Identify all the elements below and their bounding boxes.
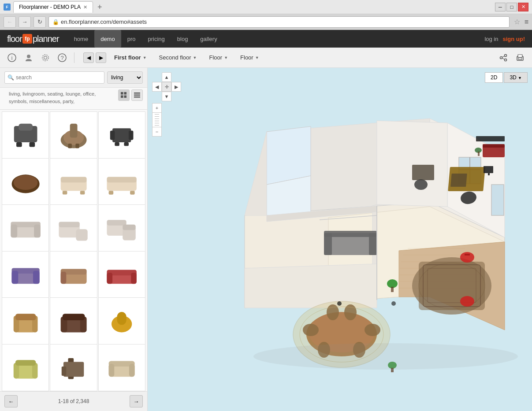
svg-text:i: i xyxy=(11,55,13,61)
tab-close-button[interactable]: ✕ xyxy=(83,4,87,10)
settings-icon-btn[interactable] xyxy=(39,51,52,64)
list-item[interactable] xyxy=(2,297,49,344)
print-button[interactable] xyxy=(513,51,527,64)
list-item[interactable] xyxy=(50,251,97,298)
list-item[interactable] xyxy=(50,158,97,205)
minimize-button[interactable]: ─ xyxy=(495,3,506,11)
svg-rect-120 xyxy=(483,144,505,148)
svg-rect-84 xyxy=(62,367,67,376)
floor-tab-first[interactable]: First floor ▼ xyxy=(110,52,151,63)
svg-rect-77 xyxy=(117,312,126,325)
list-item[interactable] xyxy=(2,344,49,391)
back-button[interactable]: ← xyxy=(4,16,16,28)
close-button[interactable]: ✕ xyxy=(518,3,528,11)
svg-marker-94 xyxy=(377,121,447,207)
list-item[interactable] xyxy=(50,111,97,159)
browser-titlebar: F Floorplanner - DEMO PLA ✕ + ─ □ ✕ xyxy=(0,0,532,14)
svg-rect-17 xyxy=(121,96,123,98)
view-3d-dropdown-icon: ▼ xyxy=(518,76,522,80)
user-icon-btn[interactable] xyxy=(22,51,35,64)
menu-button[interactable]: ≡ xyxy=(525,18,528,26)
logo-text-before: floor xyxy=(7,34,22,44)
svg-rect-15 xyxy=(121,92,123,95)
svg-rect-54 xyxy=(107,220,126,226)
svg-rect-129 xyxy=(369,233,377,255)
second-floor-dropdown-icon: ▼ xyxy=(193,56,197,60)
svg-rect-20 xyxy=(134,95,140,96)
list-item[interactable] xyxy=(50,344,97,391)
list-item[interactable] xyxy=(2,251,49,298)
floor-nav-next[interactable]: ▶ xyxy=(96,52,106,63)
pan-center-button[interactable]: ✛ xyxy=(162,82,171,92)
list-item[interactable] xyxy=(2,111,49,159)
list-item[interactable] xyxy=(98,111,145,159)
nav-item-home[interactable]: home xyxy=(68,30,95,48)
share-button[interactable] xyxy=(497,51,510,64)
info-icon-btn[interactable]: i xyxy=(5,51,19,64)
nav-right: log in sign up! xyxy=(484,36,525,42)
view-3d-button[interactable]: 3D ▼ xyxy=(504,72,528,83)
search-input[interactable] xyxy=(16,74,101,81)
svg-rect-115 xyxy=(450,174,467,187)
list-item[interactable] xyxy=(2,204,49,252)
list-item[interactable] xyxy=(2,158,49,205)
pagination-prev-button[interactable]: ← xyxy=(4,395,18,407)
svg-rect-41 xyxy=(80,191,85,194)
nav-item-blog[interactable]: blog xyxy=(171,30,194,48)
svg-text:?: ? xyxy=(60,55,63,61)
list-item[interactable] xyxy=(98,344,145,391)
zoom-mark xyxy=(155,125,159,126)
view-list-button[interactable] xyxy=(131,89,143,101)
floor-tab-3[interactable]: Floor ▼ xyxy=(205,52,233,63)
svg-rect-48 xyxy=(11,224,17,237)
floor-nav-prev[interactable]: ◀ xyxy=(83,52,94,63)
nav-item-gallery[interactable]: gallery xyxy=(194,30,223,48)
list-item[interactable] xyxy=(50,297,97,344)
forward-button[interactable]: → xyxy=(19,16,31,28)
help-icon-btn[interactable]: ? xyxy=(56,51,69,64)
floor-tab-second[interactable]: Second floor ▼ xyxy=(155,52,201,63)
refresh-button[interactable]: ↻ xyxy=(33,16,46,28)
nav-item-pro[interactable]: pro xyxy=(121,30,142,48)
maximize-button[interactable]: □ xyxy=(506,3,517,11)
list-item[interactable] xyxy=(98,204,145,252)
list-item[interactable] xyxy=(98,158,145,205)
pan-up-button[interactable]: ▲ xyxy=(162,72,171,82)
nav-item-demo[interactable]: demo xyxy=(94,30,121,48)
pan-right-button[interactable]: ▶ xyxy=(171,82,181,92)
pan-down-button[interactable]: ▼ xyxy=(162,92,171,101)
zoom-out-button[interactable]: − xyxy=(152,127,162,137)
pan-left-button[interactable]: ◀ xyxy=(152,82,162,92)
address-bar[interactable]: 🔒 en.floorplanner.com/demo#assets xyxy=(48,16,510,28)
zoom-mark xyxy=(155,116,159,117)
list-item[interactable] xyxy=(98,297,145,344)
svg-rect-81 xyxy=(15,360,35,366)
first-floor-dropdown-icon: ▼ xyxy=(143,56,147,60)
category-select[interactable]: living bedroom kitchen bathroom office xyxy=(107,71,143,84)
signup-link[interactable]: sign up! xyxy=(502,36,525,42)
new-tab-button[interactable]: + xyxy=(97,3,102,11)
zoom-in-button[interactable]: + xyxy=(152,103,162,113)
svg-rect-66 xyxy=(107,273,113,284)
view-grid-button[interactable] xyxy=(118,89,130,101)
svg-point-135 xyxy=(460,252,474,263)
login-link[interactable]: log in xyxy=(484,36,498,42)
tag-list: living, livingroom, seating, lounge, off… xyxy=(4,89,118,107)
fp-toolbar: i ? ◀ ▶ First floor ▼ Second floor ▼ Flo… xyxy=(0,48,532,68)
svg-line-11 xyxy=(502,58,505,59)
bookmark-button[interactable]: ☆ xyxy=(514,18,520,26)
pagination-next-button[interactable]: → xyxy=(130,395,143,407)
browser-tab[interactable]: Floorplanner - DEMO PLA ✕ xyxy=(13,1,93,13)
floor-tab-4[interactable]: Floor ▼ xyxy=(236,52,264,63)
svg-point-137 xyxy=(460,296,474,307)
nav-item-pricing[interactable]: pricing xyxy=(141,30,171,48)
search-bar: 🔍 living bedroom kitchen bathroom office xyxy=(0,68,147,88)
svg-rect-87 xyxy=(109,364,115,377)
svg-rect-32 xyxy=(110,130,115,140)
canvas-area[interactable]: ▲ ◀ ✛ ▶ ▼ + xyxy=(148,68,532,411)
view-2d-button[interactable]: 2D xyxy=(485,72,503,83)
list-item[interactable] xyxy=(50,204,97,252)
svg-rect-52 xyxy=(76,229,87,241)
list-item[interactable] xyxy=(98,251,145,298)
svg-rect-83 xyxy=(63,362,84,377)
